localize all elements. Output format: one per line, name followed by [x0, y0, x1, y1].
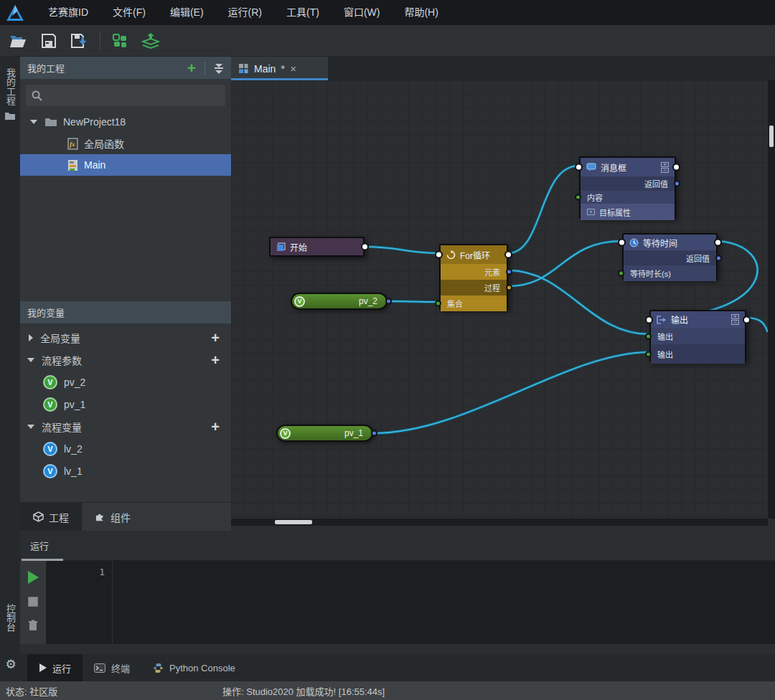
- activity-console-label: 控制台: [3, 604, 17, 632]
- bottom-tab-run[interactable]: 运行: [27, 654, 83, 681]
- port-in[interactable]: [618, 239, 626, 247]
- port-return-out[interactable]: [715, 255, 722, 261]
- open-project-button[interactable]: [6, 29, 30, 52]
- chevron-down-icon[interactable]: [27, 425, 34, 429]
- run-toolbar: [20, 561, 46, 644]
- editor-tab-title: Main: [254, 63, 276, 75]
- play-button[interactable]: [28, 571, 39, 584]
- row-label: 过程: [484, 282, 500, 293]
- trash-icon[interactable]: [28, 620, 38, 631]
- chevron-down-icon[interactable]: [27, 358, 34, 362]
- row-label: 内容: [587, 191, 603, 203]
- components-button[interactable]: [108, 29, 132, 52]
- line-number: 1: [88, 567, 105, 577]
- menu-item-help[interactable]: 帮助(H): [392, 0, 450, 25]
- var-group-global[interactable]: 全局变量 +: [20, 326, 231, 349]
- menu-item-yisaiqi-id[interactable]: 艺赛旗ID: [36, 0, 100, 25]
- menu-item-run[interactable]: 运行(R): [216, 0, 274, 25]
- settings-gear-icon[interactable]: ⚙: [3, 657, 19, 673]
- port-content-in[interactable]: [575, 194, 581, 201]
- add-flow-var-button[interactable]: +: [211, 420, 220, 433]
- node-start[interactable]: 开始: [269, 237, 365, 257]
- bottom-tool-bar: 运行 终端 Python Console: [20, 654, 775, 681]
- close-tab-icon[interactable]: ×: [290, 62, 296, 75]
- port-out[interactable]: [672, 164, 680, 171]
- port-output1-in[interactable]: [645, 333, 652, 339]
- row-label: 输出: [657, 331, 673, 342]
- variable-node-pv1[interactable]: V pv_1: [276, 425, 373, 442]
- activity-bar: 我的工程 控制台: [0, 57, 20, 681]
- expand-plus-icon[interactable]: +: [587, 209, 595, 215]
- bottom-tab-python-console[interactable]: Python Console: [141, 654, 247, 681]
- var-item-lv1[interactable]: V lv_1: [20, 460, 231, 482]
- menu-item-tools[interactable]: 工具(T): [274, 0, 332, 25]
- port-process-out[interactable]: [506, 285, 512, 291]
- add-param-var-button[interactable]: +: [211, 354, 220, 366]
- run-output-editor[interactable]: 1: [46, 561, 775, 644]
- node-wait[interactable]: 等待时间 返回值 等待时长(s): [622, 233, 718, 280]
- var-group-flowvars[interactable]: 流程变量 +: [20, 415, 231, 438]
- var-item-pv2[interactable]: V pv_2: [20, 371, 231, 393]
- port-out[interactable]: [361, 243, 369, 251]
- node-output[interactable]: 输出 +− 输出 输出: [649, 310, 746, 362]
- node-msgbox[interactable]: 消息框 +− 返回值 内容 + 目标属性: [579, 156, 676, 219]
- project-search-input[interactable]: [47, 90, 212, 101]
- flow-canvas[interactable]: 开始 For循环 元素 过程: [231, 80, 768, 519]
- tree-item-main[interactable]: Main: [20, 154, 231, 176]
- save-button[interactable]: [37, 29, 61, 52]
- variable-icon: V: [280, 428, 291, 439]
- canvas-horizontal-scrollbar[interactable]: [231, 519, 768, 526]
- port-out[interactable]: [714, 239, 722, 247]
- row-label: 元素: [484, 266, 500, 278]
- port-collection-in[interactable]: [435, 301, 441, 307]
- row-label: 集合: [447, 298, 463, 309]
- port-element-out[interactable]: [506, 269, 512, 275]
- menu-item-file[interactable]: 文件(F): [100, 0, 158, 25]
- canvas-vertical-scrollbar[interactable]: [768, 80, 775, 519]
- variable-node-pv2[interactable]: V pv_2: [291, 293, 388, 310]
- scrollbar-thumb[interactable]: [275, 520, 312, 524]
- var-item-pv1[interactable]: V pv_1: [20, 393, 231, 415]
- port-out[interactable]: [385, 298, 392, 305]
- port-out[interactable]: [504, 251, 512, 259]
- port-duration-in[interactable]: [618, 270, 624, 277]
- menu-item-window[interactable]: 窗口(W): [332, 0, 393, 25]
- terminal-icon: [94, 663, 105, 673]
- save-all-icon: [70, 32, 90, 49]
- stop-button[interactable]: [28, 597, 38, 607]
- tree-item-project-root[interactable]: NewProject18: [20, 111, 231, 133]
- port-out[interactable]: [743, 316, 751, 323]
- publish-button[interactable]: [138, 29, 163, 52]
- bottom-tab-terminal[interactable]: 终端: [83, 654, 141, 681]
- var-group-params[interactable]: 流程参数 +: [20, 349, 231, 371]
- chevron-right-icon[interactable]: [29, 334, 33, 341]
- port-in[interactable]: [575, 164, 583, 171]
- expand-collapse-icon[interactable]: +−: [731, 314, 739, 325]
- scrollbar-thumb[interactable]: [769, 126, 774, 147]
- port-in[interactable]: [645, 316, 653, 323]
- tab-project[interactable]: 工程: [20, 503, 82, 531]
- save-all-button[interactable]: [67, 29, 92, 52]
- activity-my-project[interactable]: 我的工程: [0, 68, 20, 120]
- add-flow-button[interactable]: +: [187, 61, 196, 75]
- port-in[interactable]: [435, 251, 443, 259]
- collapse-all-icon[interactable]: [214, 62, 224, 74]
- editor-tab-main[interactable]: Main * ×: [231, 57, 328, 80]
- port-return-out[interactable]: [674, 181, 680, 187]
- header-separator: [205, 62, 205, 75]
- menu-item-edit[interactable]: 编辑(E): [158, 0, 216, 25]
- tab-components[interactable]: 组件: [82, 503, 144, 531]
- tree-item-global-functions[interactable]: fx 全局函数: [20, 133, 231, 154]
- port-output2-in[interactable]: [645, 351, 652, 357]
- expand-collapse-icon[interactable]: +−: [661, 162, 669, 173]
- add-global-var-button[interactable]: +: [211, 331, 220, 344]
- run-panel-tab[interactable]: 运行: [30, 539, 49, 552]
- port-out[interactable]: [371, 430, 377, 437]
- project-search[interactable]: [26, 85, 225, 106]
- node-forloop[interactable]: For循环 元素 过程 集合: [439, 244, 508, 310]
- var-item-lv2[interactable]: V lv_2: [20, 438, 231, 460]
- fx-icon: fx: [67, 138, 78, 150]
- chevron-down-icon[interactable]: [30, 120, 37, 124]
- modified-indicator: *: [281, 62, 285, 75]
- activity-console[interactable]: 控制台: [0, 604, 20, 632]
